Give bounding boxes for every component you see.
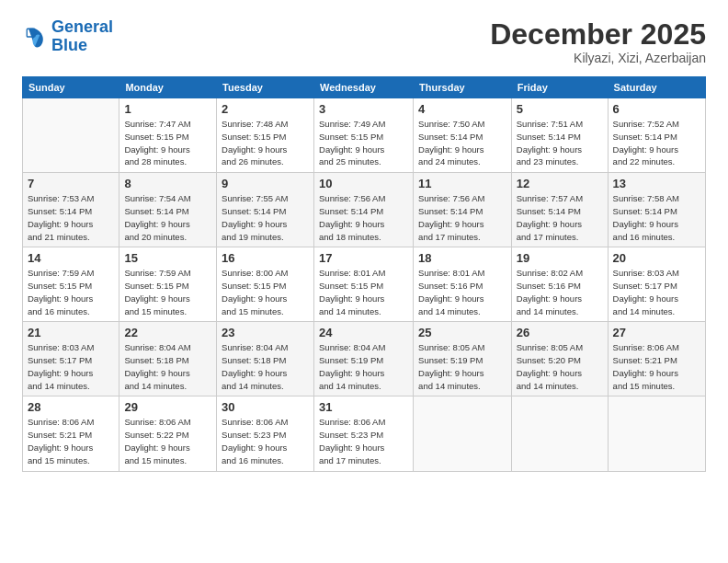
day-number: 6	[613, 102, 700, 116]
week-row: 7Sunrise: 7:53 AM Sunset: 5:14 PM Daylig…	[23, 173, 706, 247]
day-info: Sunrise: 8:06 AM Sunset: 5:23 PM Dayligh…	[319, 416, 408, 466]
day-number: 9	[222, 177, 309, 190]
day-number: 23	[222, 326, 309, 339]
location: Kilyazi, Xizi, Azerbaijan	[490, 51, 706, 65]
day-number: 14	[28, 251, 114, 265]
day-number: 10	[319, 177, 408, 190]
header-cell-thursday: Thursday	[414, 77, 512, 98]
month-title: December 2025	[490, 18, 706, 51]
calendar-cell: 12Sunrise: 7:57 AM Sunset: 5:14 PM Dayli…	[511, 173, 608, 247]
day-info: Sunrise: 8:03 AM Sunset: 5:17 PM Dayligh…	[28, 341, 114, 392]
day-number: 1	[124, 102, 211, 116]
day-info: Sunrise: 7:57 AM Sunset: 5:14 PM Dayligh…	[517, 192, 603, 243]
week-row: 28Sunrise: 8:06 AM Sunset: 5:21 PM Dayli…	[23, 396, 706, 471]
day-number: 13	[613, 177, 700, 190]
day-info: Sunrise: 8:06 AM Sunset: 5:21 PM Dayligh…	[28, 416, 114, 466]
calendar-table: SundayMondayTuesdayWednesdayThursdayFrid…	[22, 76, 706, 471]
day-number: 24	[319, 326, 408, 339]
calendar-cell: 1Sunrise: 7:47 AM Sunset: 5:15 PM Daylig…	[119, 98, 217, 173]
calendar-cell: 29Sunrise: 8:06 AM Sunset: 5:22 PM Dayli…	[119, 396, 217, 471]
day-info: Sunrise: 8:02 AM Sunset: 5:16 PM Dayligh…	[517, 267, 603, 317]
day-info: Sunrise: 8:06 AM Sunset: 5:22 PM Dayligh…	[124, 416, 211, 466]
calendar-cell	[414, 396, 512, 471]
page: General Blue December 2025 Kilyazi, Xizi…	[0, 0, 728, 563]
calendar-cell: 18Sunrise: 8:01 AM Sunset: 5:16 PM Dayli…	[414, 247, 512, 322]
calendar-cell: 14Sunrise: 7:59 AM Sunset: 5:15 PM Dayli…	[23, 247, 119, 322]
calendar-cell: 10Sunrise: 7:56 AM Sunset: 5:14 PM Dayli…	[314, 173, 414, 247]
calendar-cell	[23, 98, 119, 173]
day-number: 25	[418, 326, 506, 339]
day-number: 17	[319, 251, 408, 265]
day-number: 21	[28, 326, 114, 339]
day-info: Sunrise: 7:49 AM Sunset: 5:15 PM Dayligh…	[319, 118, 408, 168]
day-number: 3	[319, 102, 408, 116]
day-info: Sunrise: 8:03 AM Sunset: 5:17 PM Dayligh…	[613, 267, 700, 317]
calendar-cell: 21Sunrise: 8:03 AM Sunset: 5:17 PM Dayli…	[23, 322, 119, 396]
calendar-cell: 2Sunrise: 7:48 AM Sunset: 5:15 PM Daylig…	[217, 98, 314, 173]
calendar-cell: 26Sunrise: 8:05 AM Sunset: 5:20 PM Dayli…	[511, 322, 608, 396]
title-block: December 2025 Kilyazi, Xizi, Azerbaijan	[490, 18, 706, 65]
day-number: 16	[222, 251, 309, 265]
day-info: Sunrise: 7:56 AM Sunset: 5:14 PM Dayligh…	[319, 192, 408, 243]
day-info: Sunrise: 7:59 AM Sunset: 5:15 PM Dayligh…	[124, 267, 211, 317]
day-info: Sunrise: 8:05 AM Sunset: 5:20 PM Dayligh…	[517, 341, 603, 392]
day-info: Sunrise: 8:04 AM Sunset: 5:18 PM Dayligh…	[124, 341, 211, 392]
calendar-cell: 22Sunrise: 8:04 AM Sunset: 5:18 PM Dayli…	[119, 322, 217, 396]
day-number: 27	[613, 326, 700, 339]
header-cell-friday: Friday	[511, 77, 608, 98]
day-number: 28	[28, 400, 114, 414]
day-number: 31	[319, 400, 408, 414]
day-info: Sunrise: 7:55 AM Sunset: 5:14 PM Dayligh…	[222, 192, 309, 243]
calendar-cell: 19Sunrise: 8:02 AM Sunset: 5:16 PM Dayli…	[511, 247, 608, 322]
calendar-cell: 6Sunrise: 7:52 AM Sunset: 5:14 PM Daylig…	[608, 98, 705, 173]
calendar-cell: 31Sunrise: 8:06 AM Sunset: 5:23 PM Dayli…	[314, 396, 414, 471]
day-number: 30	[222, 400, 309, 414]
day-info: Sunrise: 7:47 AM Sunset: 5:15 PM Dayligh…	[124, 118, 211, 168]
header-cell-tuesday: Tuesday	[217, 77, 314, 98]
calendar-cell: 15Sunrise: 7:59 AM Sunset: 5:15 PM Dayli…	[119, 247, 217, 322]
calendar-cell	[511, 396, 608, 471]
week-row: 14Sunrise: 7:59 AM Sunset: 5:15 PM Dayli…	[23, 247, 706, 322]
calendar-cell: 8Sunrise: 7:54 AM Sunset: 5:14 PM Daylig…	[119, 173, 217, 247]
logo-text: General Blue	[51, 18, 113, 55]
header: General Blue December 2025 Kilyazi, Xizi…	[22, 18, 706, 65]
calendar-cell: 28Sunrise: 8:06 AM Sunset: 5:21 PM Dayli…	[23, 396, 119, 471]
day-info: Sunrise: 8:06 AM Sunset: 5:23 PM Dayligh…	[222, 416, 309, 466]
day-info: Sunrise: 8:01 AM Sunset: 5:16 PM Dayligh…	[418, 267, 506, 317]
day-number: 18	[418, 251, 506, 265]
calendar-cell	[608, 396, 705, 471]
calendar-cell: 17Sunrise: 8:01 AM Sunset: 5:15 PM Dayli…	[314, 247, 414, 322]
day-number: 19	[517, 251, 603, 265]
header-cell-sunday: Sunday	[23, 77, 119, 98]
day-info: Sunrise: 7:50 AM Sunset: 5:14 PM Dayligh…	[418, 118, 506, 168]
day-info: Sunrise: 8:04 AM Sunset: 5:18 PM Dayligh…	[222, 341, 309, 392]
day-info: Sunrise: 7:52 AM Sunset: 5:14 PM Dayligh…	[613, 118, 700, 168]
day-info: Sunrise: 7:48 AM Sunset: 5:15 PM Dayligh…	[222, 118, 309, 168]
calendar-cell: 25Sunrise: 8:05 AM Sunset: 5:19 PM Dayli…	[414, 322, 512, 396]
day-info: Sunrise: 7:56 AM Sunset: 5:14 PM Dayligh…	[418, 192, 506, 243]
day-number: 12	[517, 177, 603, 190]
calendar-cell: 30Sunrise: 8:06 AM Sunset: 5:23 PM Dayli…	[217, 396, 314, 471]
header-cell-monday: Monday	[119, 77, 217, 98]
day-info: Sunrise: 8:06 AM Sunset: 5:21 PM Dayligh…	[613, 341, 700, 392]
day-number: 11	[418, 177, 506, 190]
calendar-cell: 9Sunrise: 7:55 AM Sunset: 5:14 PM Daylig…	[217, 173, 314, 247]
day-number: 8	[124, 177, 211, 190]
header-cell-wednesday: Wednesday	[314, 77, 414, 98]
calendar-cell: 20Sunrise: 8:03 AM Sunset: 5:17 PM Dayli…	[608, 247, 705, 322]
week-row: 1Sunrise: 7:47 AM Sunset: 5:15 PM Daylig…	[23, 98, 706, 173]
calendar-cell: 5Sunrise: 7:51 AM Sunset: 5:14 PM Daylig…	[511, 98, 608, 173]
logo: General Blue	[22, 18, 113, 55]
calendar-cell: 24Sunrise: 8:04 AM Sunset: 5:19 PM Dayli…	[314, 322, 414, 396]
calendar-cell: 3Sunrise: 7:49 AM Sunset: 5:15 PM Daylig…	[314, 98, 414, 173]
week-row: 21Sunrise: 8:03 AM Sunset: 5:17 PM Dayli…	[23, 322, 706, 396]
day-number: 2	[222, 102, 309, 116]
day-number: 15	[124, 251, 211, 265]
calendar-cell: 23Sunrise: 8:04 AM Sunset: 5:18 PM Dayli…	[217, 322, 314, 396]
day-info: Sunrise: 7:54 AM Sunset: 5:14 PM Dayligh…	[124, 192, 211, 243]
day-number: 26	[517, 326, 603, 339]
calendar-cell: 4Sunrise: 7:50 AM Sunset: 5:14 PM Daylig…	[414, 98, 512, 173]
day-info: Sunrise: 8:04 AM Sunset: 5:19 PM Dayligh…	[319, 341, 408, 392]
calendar-cell: 7Sunrise: 7:53 AM Sunset: 5:14 PM Daylig…	[23, 173, 119, 247]
day-info: Sunrise: 7:53 AM Sunset: 5:14 PM Dayligh…	[28, 192, 114, 243]
